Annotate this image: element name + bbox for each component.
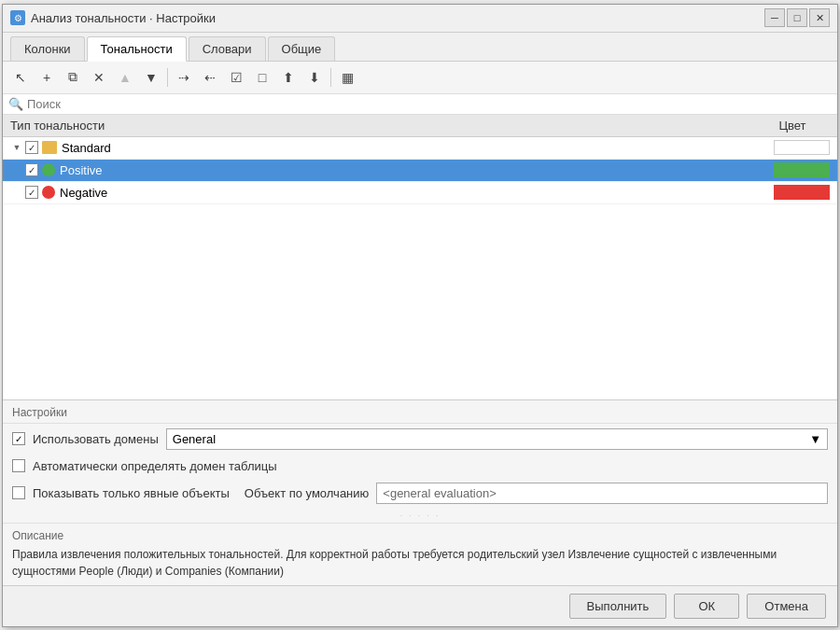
separator-2 [330,68,331,87]
run-button[interactable]: Выполнить [569,594,667,619]
maximize-button[interactable]: □ [787,8,807,27]
default-object-label: Объект по умолчанию [245,486,370,500]
domains-dropdown[interactable]: General ▼ [166,428,828,450]
expand-icon[interactable]: ▼ [10,141,23,154]
grid-button[interactable]: ▦ [335,65,359,90]
tree-area: ▼ Standard Positive [3,137,837,399]
title-bar: ⚙ Анализ тональности · Настройки ─ □ ✕ [3,5,837,33]
search-input[interactable] [27,97,832,111]
footer: Выполнить ОК Отмена [3,585,837,626]
description-label: Описание [12,529,828,542]
auto-detect-checkbox[interactable] [12,459,25,472]
search-bar: 🔍 [3,94,837,115]
use-domains-row: Использовать домены General ▼ [3,424,837,455]
column-header-type: Тип тональности [10,119,755,133]
auto-detect-label: Автоматически определять домен таблицы [33,459,277,473]
default-object-input[interactable] [376,483,828,504]
description-text: Правила извлечения положительных тональн… [12,546,828,580]
use-domains-checkbox[interactable] [12,432,25,445]
tab-tones[interactable]: Тональности [87,36,187,62]
table-row[interactable]: Negative [3,182,837,204]
check-button[interactable]: ☑ [224,65,248,90]
settings-panel: Настройки Использовать домены General ▼ … [3,399,837,585]
row-checkbox-negative[interactable] [25,186,38,199]
download-button[interactable]: ⬇ [302,65,327,90]
sentiment-dot-red-icon [42,186,55,199]
row-label-negative: Negative [60,186,774,200]
auto-detect-row: Автоматически определять домен таблицы [3,455,837,478]
cancel-button[interactable]: Отмена [747,594,826,619]
main-window: ⚙ Анализ тональности · Настройки ─ □ ✕ К… [2,4,838,627]
window-title: Анализ тональности · Настройки [31,11,216,25]
title-bar-left: ⚙ Анализ тональности · Настройки [10,10,216,25]
row-label-standard: Standard [62,141,774,155]
domains-value: General [173,432,216,446]
unlink-button[interactable]: ⇠ [198,65,222,90]
delete-button[interactable]: ✕ [87,65,111,90]
copy-button[interactable]: ⧉ [61,65,85,90]
square-button[interactable]: □ [250,65,274,90]
table-header: Тип тональности Цвет [3,115,837,137]
column-header-color: Цвет [755,119,830,133]
table-row[interactable]: ▼ Standard [3,137,837,160]
upload-button[interactable]: ⬆ [276,65,301,90]
tab-general[interactable]: Общие [268,36,336,61]
color-swatch-positive [774,162,830,177]
sentiment-dot-green-icon [42,163,55,176]
description-area: Описание Правила извлечения положительны… [3,523,837,585]
dropdown-arrow-icon: ▼ [809,432,821,446]
separator-1 [167,68,168,87]
table-row[interactable]: Positive [3,160,837,182]
row-checkbox-standard[interactable] [25,141,38,154]
settings-header: Настройки [3,400,837,424]
show-explicit-checkbox[interactable] [12,486,25,499]
tab-columns[interactable]: Колонки [10,36,85,61]
move-up-button[interactable]: ▲ [113,65,137,90]
move-down-button[interactable]: ▼ [139,65,163,90]
main-content: Тип тональности Цвет ▼ Standard [3,115,837,585]
minimize-button[interactable]: ─ [764,8,785,27]
window-controls: ─ □ ✕ [764,8,830,27]
row-checkbox-positive[interactable] [25,163,38,176]
tab-dicts[interactable]: Словари [189,36,266,61]
row-label-positive: Positive [60,163,774,177]
show-explicit-row: Показывать только явные объекты Объект п… [3,478,837,509]
use-domains-label: Использовать домены [33,432,159,446]
cursor-button[interactable]: ↖ [8,65,33,90]
ok-button[interactable]: ОК [674,594,739,619]
tabs-bar: Колонки Тональности Словари Общие [3,33,837,62]
close-button[interactable]: ✕ [809,8,830,27]
drag-handle: · · · · · [3,509,837,523]
app-icon: ⚙ [10,10,25,25]
toolbar: ↖ + ⧉ ✕ ▲ ▼ ⇢ ⇠ ☑ □ ⬆ ⬇ ▦ [3,62,837,94]
search-icon: 🔍 [8,97,23,111]
color-swatch-standard [774,140,830,155]
link-button[interactable]: ⇢ [172,65,196,90]
color-swatch-negative [774,185,830,200]
folder-icon [42,141,57,154]
add-button[interactable]: + [35,65,59,90]
show-explicit-label: Показывать только явные объекты [33,486,230,500]
